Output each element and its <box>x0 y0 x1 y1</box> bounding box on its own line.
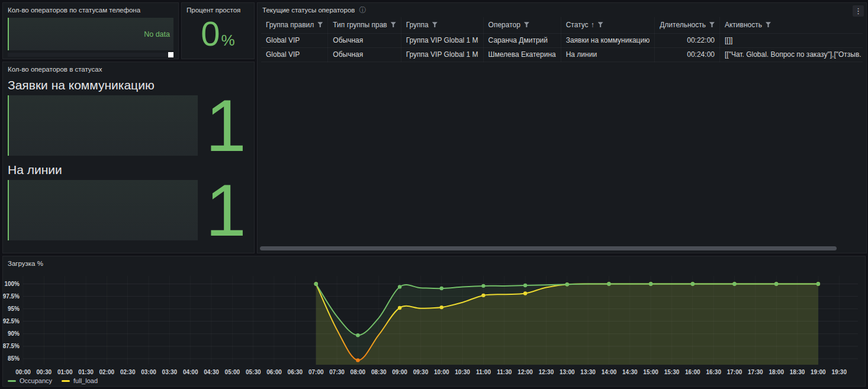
series-point-Occupancy <box>649 282 652 285</box>
x-tick-label: 00:00 <box>15 369 31 375</box>
x-tick-label: 08:00 <box>351 369 366 375</box>
legend-label: full_load <box>73 377 98 384</box>
stat-value: 1 <box>198 180 254 240</box>
table-cell: [["Чат. Global. Вопрос по заказу"],["Отз… <box>719 47 863 62</box>
x-tick-label: 15:00 <box>643 369 658 375</box>
series-point-Occupancy <box>314 282 318 285</box>
table-cell: Global VIP <box>261 33 328 47</box>
x-tick-label: 00:30 <box>37 369 52 375</box>
panel-title-statuses[interactable]: Кол-во операторов в статусах <box>3 62 254 75</box>
x-tick-label: 12:30 <box>539 369 554 375</box>
x-tick-label: 07:00 <box>308 369 324 375</box>
series-point-Occupancy <box>440 287 443 290</box>
table-cell: Global VIP <box>261 47 328 62</box>
column-header[interactable]: Группа <box>401 17 483 33</box>
filter-icon[interactable] <box>317 22 323 27</box>
x-tick-label: 11:30 <box>497 369 512 375</box>
legend-item-Occupancy[interactable]: Occupancy <box>8 377 52 384</box>
statuses-table: Группа правилТип группы правГруппаОперат… <box>261 17 863 62</box>
x-tick-label: 02:30 <box>120 369 136 375</box>
x-tick-label: 01:00 <box>57 369 73 375</box>
info-icon[interactable]: ⓘ <box>359 7 366 14</box>
filter-icon[interactable] <box>432 22 438 27</box>
x-tick-label: 16:00 <box>685 369 700 375</box>
table-cell: Заявки на коммуникацию <box>561 33 655 47</box>
panel-title-idle[interactable]: Процент простоя <box>182 3 254 15</box>
series-point-Occupancy <box>607 282 610 285</box>
scrollbar-thumb[interactable] <box>168 52 173 57</box>
column-header[interactable]: Тип группы прав <box>328 17 401 33</box>
x-tick-label: 13:00 <box>560 369 575 375</box>
column-label: Статус <box>566 21 589 29</box>
table-cell: На линии <box>561 47 655 62</box>
table-horizontal-scrollbar[interactable] <box>260 246 837 250</box>
table-cell: Группа VIP Global 1 М <box>401 47 483 62</box>
x-tick-label: 03:00 <box>141 369 156 375</box>
legend-item-full_load[interactable]: full_load <box>62 377 98 384</box>
series-point-Occupancy <box>565 282 569 286</box>
column-header[interactable]: Статус↑ <box>561 17 655 33</box>
y-tick-label: 85% <box>8 355 20 362</box>
x-tick-label: 11:00 <box>476 369 491 375</box>
stat-value: 1 <box>198 95 254 156</box>
table-cell: 00:24:00 <box>655 47 720 62</box>
y-tick-label: 100% <box>4 281 20 287</box>
sort-asc-icon[interactable]: ↑ <box>591 21 594 29</box>
x-tick-label: 14:00 <box>602 369 617 375</box>
panel-current-statuses: Текущие статусы операторов ⓘ ⋮ Группа пр… <box>257 2 867 253</box>
panel-idle-percent: Процент простоя 0 % <box>181 2 255 59</box>
legend-swatch <box>8 380 16 382</box>
column-header[interactable]: Группа правил <box>261 17 328 33</box>
x-tick-label: 01:30 <box>78 369 94 375</box>
column-label: Группа <box>406 21 429 29</box>
panel-title-phone-status[interactable]: Кол-во операторов по статусам телефона <box>3 3 178 15</box>
x-tick-label: 14:30 <box>622 369 638 375</box>
filter-icon[interactable] <box>766 22 771 27</box>
series-point-Occupancy <box>732 282 736 285</box>
idle-number: 0 <box>201 17 220 51</box>
x-tick-label: 08:30 <box>371 369 387 375</box>
column-header[interactable]: Длительность <box>655 17 720 33</box>
series-point-Occupancy <box>523 284 527 287</box>
x-tick-label: 10:30 <box>455 369 470 375</box>
filter-icon[interactable] <box>524 22 529 27</box>
series-point-Occupancy <box>398 285 401 288</box>
table-cell: Шмелева Екатерина <box>483 47 561 62</box>
load-chart[interactable]: 00:0000:3001:0001:3002:0002:3003:0003:30… <box>3 269 861 382</box>
column-label: Активность <box>725 21 762 29</box>
y-tick-label: 95% <box>8 306 20 312</box>
panel-menu-icon[interactable]: ⋮ <box>853 5 864 17</box>
x-tick-label: 13:30 <box>580 369 596 375</box>
y-tick-label: 92.5% <box>3 318 20 324</box>
panel-title-load[interactable]: Загрузка % <box>3 256 865 269</box>
series-point-Occupancy <box>691 282 695 285</box>
table-header-row: Группа правилТип группы правГруппаОперат… <box>261 17 863 33</box>
x-tick-label: 19:30 <box>831 369 847 375</box>
x-tick-label: 03:30 <box>162 369 178 375</box>
x-tick-label: 05:00 <box>225 369 240 375</box>
filter-icon[interactable] <box>709 22 715 27</box>
x-tick-label: 16:30 <box>706 369 721 375</box>
series-point-Occupancy <box>816 282 820 285</box>
x-tick-label: 02:00 <box>99 369 115 375</box>
x-tick-label: 15:30 <box>664 369 680 375</box>
x-tick-label: 12:00 <box>517 369 533 375</box>
table-row: Global VIPОбычнаяГруппа VIP Global 1 МСа… <box>261 33 863 47</box>
x-tick-label: 06:30 <box>288 369 303 375</box>
column-header[interactable]: Оператор <box>483 17 561 33</box>
x-tick-label: 06:00 <box>266 369 282 375</box>
table-cell: Обычная <box>328 47 401 62</box>
filter-icon[interactable] <box>598 22 603 27</box>
x-tick-label: 04:00 <box>183 369 198 375</box>
phone-status-scrollbar[interactable] <box>8 53 173 57</box>
x-tick-label: 10:00 <box>434 369 449 375</box>
legend-swatch <box>62 380 70 382</box>
x-tick-label: 19:00 <box>811 369 826 375</box>
table-cell: 00:22:00 <box>655 33 720 47</box>
series-point-Occupancy <box>481 284 485 288</box>
series-area-Occupancy <box>316 284 818 365</box>
filter-icon[interactable] <box>391 22 396 27</box>
y-tick-label: 90% <box>8 330 20 337</box>
panel-title-table[interactable]: Текущие статусы операторов <box>262 7 355 14</box>
column-header[interactable]: Активность <box>719 17 863 33</box>
